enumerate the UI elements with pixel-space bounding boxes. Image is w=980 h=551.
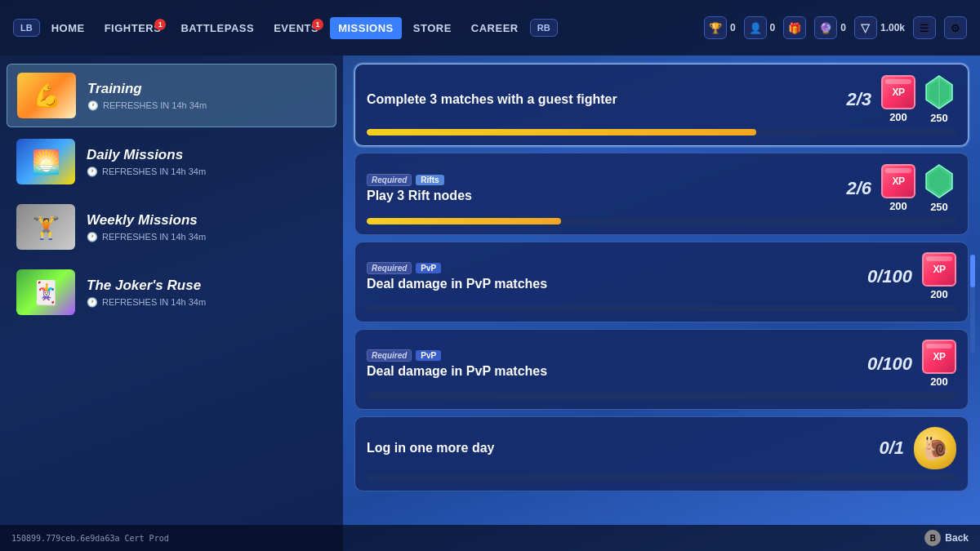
events-badge: 1	[312, 19, 323, 30]
mission-4-required: Required PvP	[367, 349, 855, 362]
gift-group[interactable]: 🎁	[783, 16, 806, 39]
sidebar-item-daily[interactable]: 🌅 Daily Missions 🕐 REFRESHES IN 14h 34m	[7, 131, 336, 193]
mission-2-required: Required Rifts	[367, 174, 814, 186]
mission-4-xp-reward: XP 200	[922, 340, 956, 388]
required-tag-2: Rifts	[416, 175, 443, 185]
back-label: Back	[945, 532, 969, 544]
mission-card-5[interactable]: Log in one more day 0/1 🐌	[354, 416, 969, 491]
mission-3-progress-bar	[367, 305, 956, 312]
sidebar-item-weekly[interactable]: 🏋️ Weekly Missions 🕐 REFRESHES IN 14h 34…	[7, 196, 336, 258]
orb-count: 0	[840, 22, 846, 33]
lb-button[interactable]: LB	[13, 19, 40, 37]
top-navigation: LB HOME FIGHTERS 1 BATTLEPASS EVENTS 1 M…	[0, 0, 980, 56]
players-group: 👤 0	[744, 16, 776, 39]
mission-2-progress: 2/6	[814, 178, 871, 199]
mission-4-rewards: XP 200	[922, 340, 956, 388]
sidebar-item-joker[interactable]: 🃏 The Joker's Ruse 🕐 REFRESHES IN 14h 34…	[7, 261, 336, 323]
crystal-badge-1	[922, 74, 956, 110]
mission-3-required: Required PvP	[367, 262, 855, 274]
mission-1-title-area: Complete 3 matches with a guest fighter	[367, 92, 814, 107]
mission-2-title: Play 3 Rift nodes	[367, 189, 814, 203]
xp-value-2: 200	[889, 200, 907, 212]
mission-card-1[interactable]: Complete 3 matches with a guest fighter …	[354, 64, 969, 146]
gift-icon: 🎁	[783, 16, 806, 39]
mission-5-progress: 0/1	[847, 438, 904, 459]
missions-panel: Complete 3 matches with a guest fighter …	[343, 56, 980, 551]
crystal-value-2: 250	[930, 201, 948, 213]
build-id: 150899.779ceb.6e9da63a	[11, 534, 119, 543]
menu-icon[interactable]: ☰	[913, 16, 936, 39]
xp-badge-1: XP	[881, 75, 915, 109]
mission-4-progress-bar	[367, 393, 956, 399]
nav-right: 🏆 0 👤 0 🎁 🔮 0 ▽ 1.00k ☰ ⚙	[704, 16, 967, 39]
build-info: 150899.779ceb.6e9da63a Cert Prod	[11, 534, 169, 543]
training-title: Training	[87, 81, 207, 97]
daily-thumbnail: 🌅	[16, 139, 75, 184]
clock-icon-3: 🕐	[87, 232, 98, 242]
weekly-info: Weekly Missions 🕐 REFRESHES IN 14h 34m	[87, 212, 206, 242]
weekly-title: Weekly Missions	[87, 212, 206, 229]
mission-4-title: Deal damage in PvP matches	[367, 364, 855, 379]
mission-5-blob-reward: 🐌	[914, 427, 956, 469]
blob-character: 🐌	[914, 427, 956, 469]
filter-icon: ▽	[854, 16, 877, 39]
mission-3-title: Deal damage in PvP matches	[367, 277, 855, 291]
nav-battlepass[interactable]: BATTLEPASS	[172, 17, 262, 39]
weekly-refresh: 🕐 REFRESHES IN 14h 34m	[87, 232, 206, 242]
rb-button[interactable]: RB	[530, 19, 558, 37]
nav-career[interactable]: CAREER	[463, 17, 527, 39]
clock-icon: 🕐	[87, 100, 99, 111]
training-info: Training 🕐 REFRESHES IN 14h 34m	[87, 81, 207, 111]
nav-home[interactable]: HOME	[43, 17, 93, 39]
mission-card-3[interactable]: Required PvP Deal damage in PvP matches …	[354, 242, 969, 322]
required-label-2: Required	[367, 174, 412, 186]
mission-2-top: Required Rifts Play 3 Rift nodes 2/6 XP …	[367, 163, 956, 213]
mission-1-xp-reward: XP 200	[881, 75, 915, 123]
daily-info: Daily Missions 🕐 REFRESHES IN 14h 34m	[87, 147, 206, 177]
clock-icon-4: 🕐	[87, 297, 98, 308]
trophy-count: 0	[730, 22, 736, 33]
mission-card-4[interactable]: Required PvP Deal damage in PvP matches …	[354, 329, 969, 410]
clock-icon-2: 🕐	[87, 167, 98, 177]
back-button[interactable]: B Back	[924, 530, 969, 546]
mission-3-xp-reward: XP 200	[922, 252, 956, 300]
nav-store[interactable]: STORE	[405, 17, 460, 39]
mission-1-rewards: XP 200 250	[881, 74, 956, 124]
nav-missions[interactable]: MISSIONS	[330, 17, 402, 39]
mission-4-title-area: Required PvP Deal damage in PvP matches	[367, 349, 855, 379]
mission-5-progress-bar	[367, 474, 956, 481]
mission-1-title: Complete 3 matches with a guest fighter	[367, 92, 814, 107]
mission-4-progress: 0/100	[855, 353, 912, 375]
mission-5-title: Log in one more day	[367, 441, 847, 455]
xp-value-1: 200	[889, 111, 907, 123]
mission-5-title-area: Log in one more day	[367, 441, 847, 455]
settings-icon[interactable]: ⚙	[944, 16, 967, 39]
required-label-4: Required	[367, 349, 412, 362]
mission-1-progress: 2/3	[814, 89, 871, 110]
nav-events[interactable]: EVENTS 1	[265, 17, 327, 39]
daily-title: Daily Missions	[87, 147, 206, 163]
joker-refresh: 🕐 REFRESHES IN 14h 34m	[87, 297, 206, 308]
players-icon: 👤	[744, 16, 767, 39]
mission-2-title-area: Required Rifts Play 3 Rift nodes	[367, 174, 814, 203]
xp-value-4: 200	[930, 375, 948, 388]
mission-3-progress: 0/100	[855, 266, 912, 287]
crystal-badge-2	[922, 163, 956, 199]
sidebar-item-training[interactable]: 💪 Training 🕐 REFRESHES IN 14h 34m	[7, 64, 336, 127]
mission-card-2[interactable]: Required Rifts Play 3 Rift nodes 2/6 XP …	[354, 153, 969, 235]
trophy-group: 🏆 0	[704, 16, 736, 39]
players-count: 0	[770, 22, 776, 33]
nav-fighters[interactable]: FIGHTERS 1	[96, 17, 170, 39]
orb-group: 🔮 0	[814, 16, 846, 39]
scroll-indicator[interactable]	[970, 255, 975, 353]
scroll-thumb	[970, 255, 975, 287]
env-cert-label: Cert	[124, 534, 144, 543]
env-prod-label: Prod	[149, 534, 169, 543]
daily-refresh: 🕐 REFRESHES IN 14h 34m	[87, 167, 206, 177]
mission-4-top: Required PvP Deal damage in PvP matches …	[367, 340, 956, 388]
filter-group: ▽ 1.00k	[854, 16, 905, 39]
mission-2-progress-fill	[367, 218, 561, 224]
back-button-icon: B	[924, 530, 941, 546]
xp-badge-2: XP	[881, 164, 915, 198]
training-refresh: 🕐 REFRESHES IN 14h 34m	[87, 100, 207, 111]
